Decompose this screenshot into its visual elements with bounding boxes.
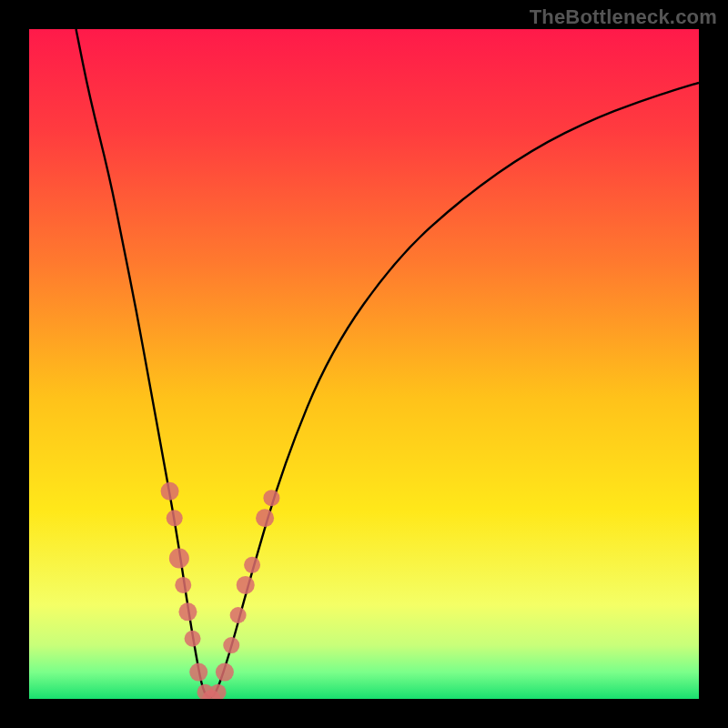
highlight-marker xyxy=(230,607,247,623)
gradient-background xyxy=(29,29,699,699)
highlight-marker xyxy=(185,631,201,647)
highlight-marker xyxy=(175,577,191,593)
highlight-marker xyxy=(256,509,274,527)
highlight-marker xyxy=(237,576,255,594)
highlight-marker xyxy=(263,490,279,506)
highlight-marker xyxy=(178,602,197,621)
bottleneck-chart xyxy=(29,29,699,699)
highlight-marker xyxy=(189,663,207,682)
highlight-marker xyxy=(167,510,183,526)
watermark-label: TheBottleneck.com xyxy=(530,5,717,29)
highlight-marker xyxy=(244,557,260,573)
highlight-marker xyxy=(216,663,234,682)
plot-area xyxy=(29,29,699,699)
chart-frame: TheBottleneck.com xyxy=(0,0,728,728)
highlight-marker xyxy=(223,637,239,653)
highlight-marker xyxy=(161,482,179,500)
highlight-marker xyxy=(169,548,189,568)
